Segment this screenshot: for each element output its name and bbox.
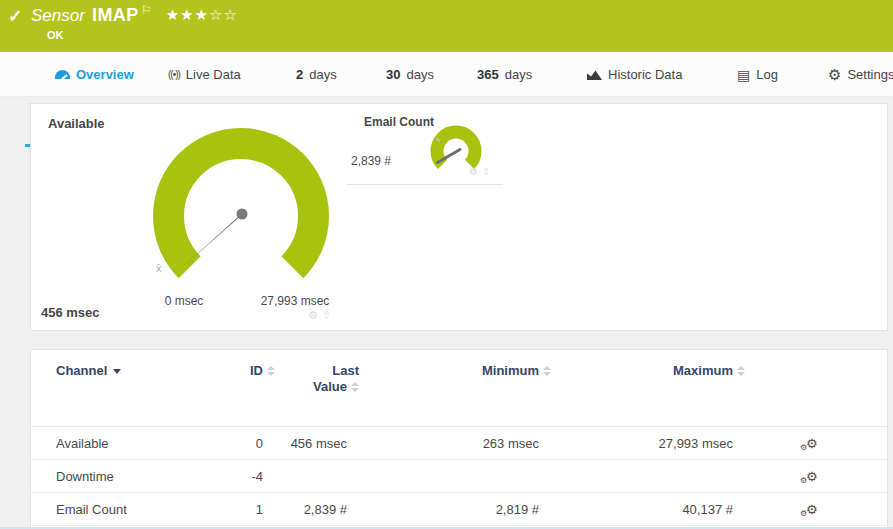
column-label: Channel [56,363,107,378]
stars-filled[interactable]: ★★★ [166,6,209,23]
secondary-gauge-needle [438,150,461,163]
tab-label: Settings [847,67,893,82]
gear-icon: ⚙ [800,510,807,518]
primary-gauge-value: 456 msec [41,305,100,320]
sort-icon[interactable] [267,366,275,376]
gear-icon[interactable]: ⚙ [308,309,318,322]
secondary-gauge-actions: ⚙ ⇧ [469,166,490,177]
cell-minimum: 2,819 # [359,502,551,517]
tab-number: 30 [386,67,400,82]
cell-channel: Available [31,436,215,451]
column-header-maximum[interactable]: Maximum [551,363,745,378]
live-data-icon: ((•)) [168,69,180,80]
column-header-last-value[interactable]: Last Value [275,363,359,395]
tab-number: 2 [296,67,303,82]
cell-channel: Email Count [31,502,215,517]
cell-channel: Downtime [31,469,215,484]
tab-label: days [309,67,336,82]
column-header-id[interactable]: ID [215,363,275,378]
column-label: Minimum [482,363,539,378]
secondary-avg-tick [437,139,440,142]
tab-live-data[interactable]: ((•)) Live Data [168,67,241,82]
tab-365-days[interactable]: 365 days [477,67,532,82]
column-label: Maximum [673,363,733,378]
stars-empty[interactable]: ☆☆ [209,6,238,23]
secondary-gauge-title: Email Count [364,115,434,129]
column-label: Last [275,363,359,379]
gauge-icon [55,70,70,79]
gear-icon: ⚙ [800,444,807,452]
cell-maximum: 40,137 # [551,502,745,517]
primary-gauge-needle [177,211,245,272]
column-header-minimum[interactable]: Minimum [359,363,551,378]
gear-icon: ⚙ [800,477,807,485]
cell-last-value: 2,839 # [275,502,359,517]
tab-overview[interactable]: Overview [55,67,134,82]
column-label: ID [250,363,263,378]
pin-icon[interactable]: ⇧ [322,309,331,322]
tab-30-days[interactable]: 30 days [386,67,434,82]
tab-label: Historic Data [608,67,682,82]
sensor-title-row: Sensor IMAP ⚐ ★★★☆☆ [31,5,238,26]
table-row: Available 0 456 msec 263 msec 27,993 mse… [31,427,887,460]
sensor-kind-label: Sensor [31,6,85,26]
cell-maximum: 27,993 msec [551,436,745,451]
secondary-gauge-arc [437,132,475,164]
cell-last-value: 456 msec [275,436,359,451]
secondary-gauge-value: 2,839 # [351,154,391,168]
channel-settings-icon[interactable]: ⚙⚙ [801,437,818,450]
cell-id: -4 [215,469,275,484]
status-check-icon: ✓ [8,6,22,27]
flag-icon: ⚐ [141,3,152,17]
table-header-row: Channel ID Last Value Minimum Maximum [31,350,887,427]
tab-label: Overview [76,67,134,82]
channel-table-panel: Channel ID Last Value Minimum Maximum Av… [30,349,888,529]
channel-settings-icon[interactable]: ⚙⚙ [801,503,818,516]
status-badge: OK [47,29,64,41]
table-row: Email Count 1 2,839 # 2,819 # 40,137 # ⚙… [31,493,887,526]
tab-bar: Overview ((•)) Live Data 2 days 30 days … [0,52,893,97]
sort-icon[interactable] [543,366,551,376]
log-icon: ▤ [737,68,750,82]
cell-id: 0 [215,436,275,451]
tab-label: Live Data [186,67,241,82]
tab-label: Log [756,67,778,82]
tab-label: days [406,67,433,82]
gauge-min-label: 0 msec [134,294,234,308]
column-header-channel[interactable]: Channel [31,363,215,378]
gauge-max-label: 27,993 msec [240,294,350,308]
priority-stars[interactable]: ★★★☆☆ [166,6,238,24]
sort-desc-icon [113,369,121,374]
column-label: Value [313,379,347,394]
settings-gear-icon: ⚙ [828,67,841,82]
page-title: IMAP [92,5,139,26]
tab-settings[interactable]: ⚙ Settings [828,67,893,82]
table-row: Downtime -4 ⚙⚙ [31,460,887,493]
pin-icon[interactable]: ⇧ [482,166,490,177]
tab-2-days[interactable]: 2 days [296,67,337,82]
primary-gauge-arc [168,144,313,268]
cell-id: 1 [215,502,275,517]
sort-icon[interactable] [351,382,359,392]
gear-icon: ⚙ [806,436,818,451]
cell-minimum: 263 msec [359,436,551,451]
channel-settings-icon[interactable]: ⚙⚙ [801,470,818,483]
divider [347,184,503,185]
historic-chart-icon [587,69,602,80]
gauges-panel: Available x̄ 0 msec 27,993 msec 456 msec… [30,103,888,331]
tab-number: 365 [477,67,499,82]
sort-icon[interactable] [737,366,745,376]
gear-icon: ⚙ [806,502,818,517]
tab-label: days [505,67,532,82]
average-marker: x̄ [156,262,162,274]
primary-gauge-actions: ⚙ ⇧ [308,309,331,322]
gear-icon[interactable]: ⚙ [469,166,478,177]
gear-icon: ⚙ [806,469,818,484]
tab-log[interactable]: ▤ Log [737,67,778,82]
tab-historic-data[interactable]: Historic Data [587,67,682,82]
sensor-header: ✓ Sensor IMAP ⚐ ★★★☆☆ OK [0,0,893,52]
prtg-sensor-page: ✓ Sensor IMAP ⚐ ★★★☆☆ OK Overview ((•)) … [0,0,893,529]
primary-gauge-title: Available [48,116,105,131]
primary-gauge-pivot [237,209,248,220]
